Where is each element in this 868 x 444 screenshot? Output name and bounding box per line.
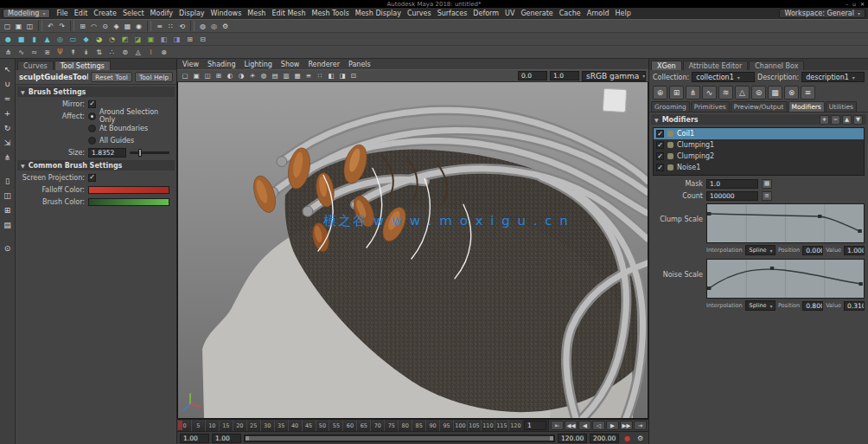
right-panel-tab[interactable]: Channel Box xyxy=(749,61,804,70)
size-slider[interactable] xyxy=(130,151,169,154)
shelf-mirror-icon[interactable]: ⊟ xyxy=(197,34,208,45)
menu-item[interactable]: Mesh Tools xyxy=(311,10,348,17)
modifier-enabled-checkbox[interactable] xyxy=(656,141,664,149)
layout-single-pane-icon[interactable]: ▯ xyxy=(2,175,14,187)
status-separator[interactable] xyxy=(70,21,74,31)
panel-menu-item[interactable]: Lighting xyxy=(244,61,271,68)
timeline-tick[interactable]: 95 xyxy=(439,420,453,431)
timeline-tick[interactable]: 20 xyxy=(233,420,246,431)
range-bar[interactable] xyxy=(244,434,555,442)
common-brush-settings-header[interactable]: ▼ Common Brush Settings xyxy=(17,160,175,171)
layout-two-pane-icon[interactable]: ◫ xyxy=(2,190,14,202)
paint-select-tool-icon[interactable]: ≈ xyxy=(2,93,14,105)
shelf-torus-icon[interactable]: ◎ xyxy=(54,34,66,45)
menu-item[interactable]: Help xyxy=(616,10,631,17)
open-scene-icon[interactable]: ▣ xyxy=(13,21,24,32)
menu-item[interactable]: Select xyxy=(123,10,144,17)
exposure-field[interactable]: 0.0 xyxy=(518,71,547,80)
play-backward-button[interactable]: ◁ xyxy=(592,421,605,430)
xgen-add-guide-icon[interactable]: ⋔ xyxy=(686,86,700,100)
shelf-platonic-icon[interactable]: ◆ xyxy=(80,34,92,45)
new-scene-icon[interactable]: ▢ xyxy=(2,21,13,32)
timeline-tick[interactable]: 80 xyxy=(398,420,412,431)
vp-image-plane-icon[interactable]: ◐ xyxy=(225,71,235,81)
output-connections-icon[interactable]: ∷ xyxy=(165,21,176,32)
xgen-sculpt-tool-icon[interactable]: ⋔ xyxy=(2,151,14,164)
go-to-end-button[interactable]: ⇥ xyxy=(634,421,647,430)
shelf-extrude-icon[interactable]: ◩ xyxy=(119,34,131,45)
xgen-refresh-icon[interactable]: ≡ xyxy=(801,86,815,100)
menu-item[interactable]: Deform xyxy=(473,10,499,17)
xgen-flatten-brush-icon[interactable]: ↡ xyxy=(80,47,92,58)
current-time-marker[interactable] xyxy=(178,421,182,430)
timeline-tick[interactable]: 115 xyxy=(495,420,508,431)
xgen-noise-brush-icon[interactable]: ≋ xyxy=(41,47,53,58)
modifier-row[interactable]: Clumping1 xyxy=(654,139,864,151)
timeline-tick[interactable]: 10 xyxy=(205,420,219,431)
modifier-enabled-checkbox[interactable] xyxy=(656,164,664,171)
vp-lighting-icon[interactable]: ☀ xyxy=(247,71,258,81)
vp-gate-mask-icon[interactable]: ⊡ xyxy=(348,71,359,81)
save-scene-icon[interactable]: ◫ xyxy=(24,21,35,32)
select-tool-icon[interactable]: ↖ xyxy=(2,63,14,75)
menu-item[interactable]: UV xyxy=(505,10,514,17)
menu-item[interactable]: Display xyxy=(179,10,205,17)
right-panel-tab[interactable]: Attribute Editor xyxy=(683,61,749,70)
shelf-quad-draw-icon[interactable]: ⊞ xyxy=(184,34,195,45)
render-settings-icon[interactable]: ⚙ xyxy=(220,21,231,32)
xgen-subtab[interactable]: Primitives xyxy=(691,101,730,112)
timeline-ticks[interactable]: 0510152025303540455055606570758085909510… xyxy=(177,420,522,431)
affect-radio[interactable] xyxy=(88,113,96,120)
selected-value-field[interactable]: 1.000 xyxy=(844,246,865,255)
menu-item[interactable]: File xyxy=(56,10,67,17)
timeline-tick[interactable]: 105 xyxy=(467,420,481,431)
timeline-tick[interactable]: 25 xyxy=(246,420,260,431)
xgen-comb-icon[interactable]: ≋ xyxy=(718,86,733,100)
make-live-icon[interactable]: ◉ xyxy=(133,21,144,32)
reset-tool-button[interactable]: Reset Tool xyxy=(91,72,132,82)
xgen-duplicate-icon[interactable]: ⊚ xyxy=(751,86,766,100)
timeline-tick[interactable]: 30 xyxy=(260,420,274,431)
panel-menu-item[interactable]: Renderer xyxy=(308,61,340,68)
map-button[interactable]: ▦ xyxy=(762,179,772,189)
xgen-subtab[interactable]: Preview/Output xyxy=(731,101,788,112)
go-to-start-button[interactable]: ⇤ xyxy=(551,421,564,430)
collection-dropdown[interactable]: collection1 xyxy=(692,72,755,82)
auto-key-icon[interactable]: ● xyxy=(622,433,633,444)
panel-menu-item[interactable]: View xyxy=(182,61,199,68)
xgen-freeze-brush-icon[interactable]: ◬ xyxy=(132,47,144,58)
view-transform-dropdown[interactable]: sRGB gamma xyxy=(582,71,646,81)
status-separator[interactable] xyxy=(190,21,195,31)
anim-preferences-icon[interactable]: ⚙ xyxy=(635,433,646,444)
prev-keyframe-button[interactable]: ◀◀ xyxy=(565,421,578,430)
selected-position-field[interactable]: 0.000 xyxy=(802,246,823,255)
current-frame-field[interactable]: 1 xyxy=(524,421,546,430)
menu-item[interactable]: Edit xyxy=(74,10,88,17)
snap-point-icon[interactable]: ⊙ xyxy=(99,21,111,32)
menu-item[interactable]: Create xyxy=(93,10,117,17)
menu-item[interactable]: Cache xyxy=(559,10,581,17)
shelf-cone-icon[interactable]: ▲ xyxy=(41,34,53,45)
playback-end-field[interactable]: 120.00 xyxy=(558,434,587,443)
interpolation-dropdown[interactable]: Spline xyxy=(745,245,775,255)
timeline-tick[interactable]: 100 xyxy=(453,420,467,431)
time-slider[interactable]: 0510152025303540455055606570758085909510… xyxy=(177,419,648,431)
menu-item[interactable]: Modify xyxy=(150,10,174,17)
prev-frame-button[interactable]: ◀ xyxy=(578,421,591,430)
vp-camera-attrs-icon[interactable]: ◫ xyxy=(202,71,213,81)
noise-scale-ramp[interactable] xyxy=(706,259,865,299)
snap-view-plane-icon[interactable]: ▦ xyxy=(122,21,133,32)
menu-item[interactable]: Mesh xyxy=(247,10,265,17)
vp-bookmark-icon[interactable]: ⊞ xyxy=(214,71,224,81)
xgen-subtab[interactable]: Modifiers xyxy=(788,101,825,112)
xgen-export-patch-icon[interactable]: ▦ xyxy=(768,86,782,100)
modifier-enabled-checkbox[interactable] xyxy=(656,130,664,138)
size-field[interactable]: 1.8352 xyxy=(88,148,126,158)
clump-scale-ramp[interactable] xyxy=(706,203,865,243)
snap-grid-icon[interactable]: ⊞ xyxy=(77,21,88,32)
vp-field-chart-icon[interactable]: ◧ xyxy=(326,71,336,81)
render-icon[interactable]: ◍ xyxy=(197,21,208,32)
layout-outliner-icon[interactable]: ▤ xyxy=(2,219,14,231)
vp-resolution-gate-icon[interactable]: ◨ xyxy=(337,71,348,81)
playback-start-field[interactable]: 1.00 xyxy=(212,434,241,443)
